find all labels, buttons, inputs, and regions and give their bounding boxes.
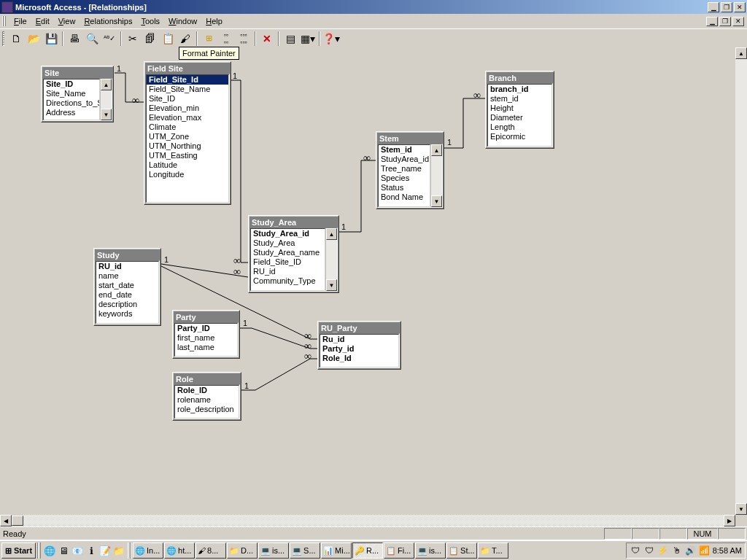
scroll-down-icon[interactable]: ▼ bbox=[431, 195, 442, 207]
ql-icon[interactable]: ℹ bbox=[85, 544, 98, 557]
scroll-thumb[interactable] bbox=[12, 516, 23, 526]
task-button[interactable]: 📊Mi... bbox=[321, 542, 352, 559]
format-painter-button[interactable]: 🖌 bbox=[177, 31, 193, 47]
tray-icon[interactable]: 📶 bbox=[699, 545, 711, 556]
copy-button[interactable]: 🗐 bbox=[142, 31, 158, 47]
spelling-button[interactable]: ᴬᴮ✓ bbox=[101, 31, 117, 47]
table-fieldsite[interactable]: Field SiteField_Site_IdField_Site_NameSi… bbox=[144, 61, 231, 205]
tray-icon[interactable]: ⚡ bbox=[657, 545, 669, 556]
ql-desktop-icon[interactable]: 🖥 bbox=[57, 544, 70, 557]
field-item[interactable]: Diameter bbox=[488, 113, 551, 122]
field-item[interactable]: role_description bbox=[175, 405, 239, 414]
field-item[interactable]: Epicormic bbox=[488, 132, 551, 141]
field-item[interactable]: UTM_Zone bbox=[147, 132, 228, 141]
field-item[interactable]: Elevation_max bbox=[147, 113, 228, 122]
field-item[interactable]: Climate bbox=[147, 122, 228, 132]
field-item[interactable]: Community_Type bbox=[251, 276, 325, 286]
field-item[interactable]: Species bbox=[379, 174, 430, 183]
list-scrollbar[interactable]: ▲▼ bbox=[430, 144, 442, 207]
field-item[interactable]: Bond Name bbox=[379, 192, 430, 202]
task-button[interactable]: 📋Fi... bbox=[384, 542, 414, 559]
clear-layout-button[interactable]: ✕ bbox=[259, 31, 275, 47]
show-all-button[interactable]: ▫▫▫▫▫▫ bbox=[236, 31, 252, 47]
scroll-up-icon[interactable]: ▲ bbox=[101, 79, 112, 90]
list-scrollbar[interactable]: ▲▼ bbox=[100, 79, 112, 120]
mdi-minimize-button[interactable]: ▁ bbox=[706, 17, 718, 26]
field-item[interactable]: stem_id bbox=[488, 94, 551, 104]
table-study[interactable]: StudyRU_idnamestart_dateend_datedescript… bbox=[93, 248, 161, 326]
field-item[interactable]: Field_Site_ID bbox=[251, 257, 325, 267]
task-button[interactable]: 🔑R... bbox=[352, 542, 383, 559]
field-item[interactable]: Field_Site_Name bbox=[147, 85, 228, 94]
scroll-left-icon[interactable]: ◀ bbox=[0, 515, 12, 526]
print-button[interactable]: 🖶 bbox=[66, 31, 82, 47]
field-item[interactable]: StudyArea_id bbox=[379, 155, 430, 164]
field-item[interactable]: Study_Area_name bbox=[251, 248, 325, 257]
field-item[interactable]: Role_Id bbox=[320, 354, 398, 363]
field-item[interactable]: Site_ID bbox=[44, 79, 99, 89]
new-button[interactable]: 🗋 bbox=[8, 31, 24, 47]
tray-icon[interactable]: 🛡 bbox=[630, 545, 641, 556]
task-button[interactable]: 💻is... bbox=[415, 542, 446, 559]
paste-button[interactable]: 📋 bbox=[160, 31, 176, 47]
field-item[interactable]: Ru_id bbox=[320, 335, 398, 344]
ql-outlook-icon[interactable]: 📧 bbox=[71, 544, 84, 557]
menu-view[interactable]: View bbox=[54, 15, 80, 27]
scroll-up-icon[interactable]: ▲ bbox=[326, 228, 337, 240]
save-button[interactable]: 💾 bbox=[43, 31, 59, 47]
field-item[interactable]: Length bbox=[488, 122, 551, 132]
table-header[interactable]: Site bbox=[42, 67, 112, 78]
scroll-right-icon[interactable]: ▶ bbox=[724, 515, 735, 526]
table-header[interactable]: Study bbox=[95, 249, 160, 260]
field-item[interactable]: branch_id bbox=[488, 85, 551, 94]
menu-window[interactable]: Window bbox=[164, 15, 201, 27]
menu-edit[interactable]: Edit bbox=[31, 15, 54, 27]
cut-button[interactable]: ✂ bbox=[125, 31, 141, 47]
table-header[interactable]: Stem bbox=[377, 133, 443, 144]
list-scrollbar[interactable]: ▲▼ bbox=[325, 228, 337, 291]
field-item[interactable]: UTM_Easting bbox=[147, 151, 228, 160]
scroll-down-icon[interactable]: ▼ bbox=[735, 503, 747, 515]
field-item[interactable]: Elevation_min bbox=[147, 104, 228, 113]
task-button[interactable]: 📁T... bbox=[478, 542, 508, 559]
table-party[interactable]: PartyParty_IDfirst_namelast_name bbox=[172, 310, 240, 359]
field-item[interactable]: Status bbox=[379, 183, 430, 192]
task-button[interactable]: 🌐ht... bbox=[164, 542, 195, 559]
menu-help[interactable]: Help bbox=[201, 15, 227, 27]
table-branch[interactable]: Branchbranch_idstem_idHeightDiameterLeng… bbox=[485, 71, 554, 149]
task-button[interactable]: 🌐In... bbox=[133, 542, 163, 559]
task-button[interactable]: 📁D... bbox=[227, 542, 258, 559]
field-item[interactable]: start_date bbox=[96, 281, 158, 290]
menu-file[interactable]: File bbox=[9, 15, 31, 27]
table-header[interactable]: Party bbox=[174, 311, 239, 322]
database-window-button[interactable]: ▦▾ bbox=[300, 31, 316, 47]
task-button[interactable]: 🖌8... bbox=[196, 542, 226, 559]
field-item[interactable]: name bbox=[96, 271, 158, 281]
table-header[interactable]: Study_Area bbox=[249, 217, 338, 228]
field-item[interactable]: keywords bbox=[96, 309, 158, 319]
field-item[interactable]: rolename bbox=[175, 395, 239, 405]
table-studyarea[interactable]: Study_AreaStudy_Area_idStudy_AreaStudy_A… bbox=[248, 215, 339, 293]
field-item[interactable]: Stem_id bbox=[379, 145, 430, 155]
task-button[interactable]: 📋St... bbox=[446, 542, 477, 559]
ql-icon[interactable]: 📝 bbox=[98, 544, 112, 557]
field-item[interactable]: last_name bbox=[175, 343, 237, 352]
tray-icon[interactable]: 🔊 bbox=[685, 545, 697, 556]
field-item[interactable]: Latitude bbox=[147, 160, 228, 170]
ql-explorer-icon[interactable]: 🌐 bbox=[43, 544, 56, 557]
field-item[interactable]: Study_Area_id bbox=[251, 229, 325, 238]
table-ruparty[interactable]: RU_PartyRu_idParty_idRole_Id bbox=[317, 321, 401, 370]
tray-icon[interactable]: 🖱 bbox=[671, 545, 683, 556]
field-item[interactable]: Study_Area bbox=[251, 238, 325, 248]
ql-icon[interactable]: 📁 bbox=[112, 544, 125, 557]
task-button[interactable]: 💻is... bbox=[258, 542, 289, 559]
field-item[interactable]: Longitude bbox=[147, 170, 228, 179]
field-item[interactable]: Directions_to_Si bbox=[44, 98, 99, 108]
field-item[interactable]: description bbox=[96, 300, 158, 309]
field-item[interactable]: Address bbox=[44, 108, 99, 117]
help-button[interactable]: ❓▾ bbox=[323, 31, 339, 47]
table-role[interactable]: RoleRole_IDrolenamerole_description bbox=[172, 372, 241, 421]
field-item[interactable]: Tree_name bbox=[379, 164, 430, 174]
field-item[interactable]: UTM_Northing bbox=[147, 141, 228, 151]
start-button[interactable]: ⊞ Start bbox=[1, 542, 36, 559]
